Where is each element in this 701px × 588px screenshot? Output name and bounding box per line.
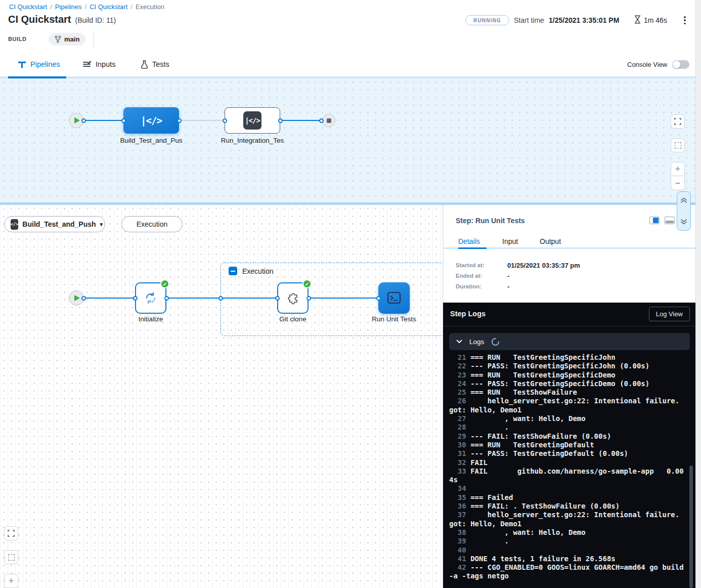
connector-port	[164, 296, 169, 301]
log-scrollbar-thumb[interactable]	[689, 466, 693, 588]
breadcrumb: CI Quickstart/Pipelines/CI Quickstart/Ex…	[8, 3, 165, 11]
panel-resize-chevrons-button[interactable]	[677, 191, 691, 231]
tab-details[interactable]: Details	[458, 237, 480, 245]
connector-edge	[84, 298, 135, 299]
flask-icon	[141, 60, 148, 69]
branch-icon	[55, 35, 61, 43]
branch-chip[interactable]: main	[49, 33, 85, 46]
tab-pipelines[interactable]: Pipelines	[18, 52, 60, 76]
breadcrumb-item: Execution	[136, 3, 164, 11]
harness-execution-page: CI Quickstart/Pipelines/CI Quickstart/Ex…	[0, 0, 701, 588]
log-line-number: 42	[449, 563, 470, 571]
logs-section-label: Logs	[469, 338, 484, 346]
tab-input[interactable]: Input	[502, 237, 518, 245]
layout-bottom-split-button[interactable]	[665, 217, 675, 224]
log-line-number: 29	[449, 432, 470, 440]
connector-port	[81, 118, 86, 123]
breadcrumb-item[interactable]: CI Quickstart	[90, 3, 127, 11]
log-line-text: .	[470, 537, 509, 545]
step-node-label: Initialize	[110, 315, 191, 323]
log-line: 32 FAIL	[449, 458, 688, 467]
status-badge: RUNNING	[465, 15, 509, 25]
play-icon	[74, 295, 80, 301]
elapsed-time: 1m 46s	[644, 16, 667, 24]
tab-inputs[interactable]: Inputs	[82, 52, 116, 76]
inputs-icon	[82, 60, 92, 68]
log-line-number: 32	[449, 458, 470, 467]
build-id: (Build ID: 11)	[75, 16, 116, 24]
execution-pill[interactable]: Execution	[121, 216, 183, 232]
log-line-text: .	[470, 423, 509, 431]
log-line-number: 37	[449, 511, 470, 519]
stage-node-build-test-and-push[interactable]: |</>	[123, 107, 179, 134]
log-line: 33 FAIL github.com/harness/go-sample-app…	[449, 467, 688, 485]
start-time-value: 1/25/2021 3:35:01 PM	[549, 16, 619, 24]
stage-node-run-integration-tests[interactable]: |</>	[225, 107, 280, 134]
collapse-group-button[interactable]	[229, 267, 237, 275]
detail-row: Duration:-	[456, 283, 688, 294]
zoom-in-button[interactable]: +	[671, 162, 685, 176]
log-line-number: 22	[449, 362, 470, 370]
connector-port	[121, 118, 126, 123]
connector-port	[223, 118, 227, 123]
console-view-toggle[interactable]	[672, 60, 689, 69]
log-line: 22 --- PASS: TestGreetingSpecificJohn (0…	[449, 362, 688, 370]
tab-output[interactable]: Output	[540, 237, 561, 245]
log-line: 23 === RUN TestGreetingSpecificDemo	[449, 371, 688, 380]
fullscreen-button[interactable]	[4, 526, 18, 540]
log-line: 31 --- PASS: TestGreetingDefault (0.00s)	[449, 449, 688, 458]
breadcrumb-item[interactable]: Pipelines	[55, 3, 82, 11]
toggle-knob	[673, 61, 680, 68]
step-panel-title: Step: Run Unit Tests	[456, 217, 525, 225]
detail-row: Started at:01/25/2021 03:35:37 pm	[456, 262, 688, 273]
connector-port	[81, 296, 86, 301]
log-line-text: FAIL	[470, 458, 488, 467]
plus-icon: +	[675, 164, 681, 174]
log-line-text: --- CGO_ENABLED=0 GOOS=linux GOARCH=amd6…	[449, 563, 688, 580]
pipeline-canvas[interactable]: |</> Build_Test_and_Pus |</> Run_Integra…	[0, 78, 695, 202]
detail-value: -	[507, 272, 509, 280]
pipeline-icon	[18, 60, 26, 69]
tab-label: Tests	[152, 60, 169, 68]
sync-icon	[143, 290, 159, 306]
step-node-initialize[interactable]: ✓	[135, 282, 166, 314]
zoom-out-button[interactable]: −	[671, 176, 685, 190]
more-options-button[interactable]	[681, 16, 689, 25]
tab-tests[interactable]: Tests	[141, 52, 169, 76]
stage-canvas[interactable]: </> Build_Test_and_Push ▾ Execution Exec…	[0, 205, 443, 588]
log-line-text: , want: Hello, Demo	[470, 528, 586, 536]
step-node-run-unit-tests[interactable]	[378, 282, 410, 314]
zoom-in-button[interactable]: +	[4, 574, 18, 588]
build-label: BUILD	[8, 36, 27, 42]
fit-to-screen-button[interactable]	[4, 550, 18, 564]
log-line: 39 .	[449, 537, 688, 545]
log-view-button[interactable]: Log View	[649, 307, 690, 321]
tab-label: Inputs	[96, 60, 116, 68]
console-view-label: Console View	[627, 61, 667, 68]
success-check-icon: ✓	[302, 279, 312, 288]
step-tab-active-indicator	[458, 247, 487, 249]
page-scrollbar-track[interactable]	[695, 0, 701, 588]
logs-section-toggle[interactable]: Logs	[449, 333, 690, 350]
log-line-text: --- PASS: TestGreetingSpecificJohn (0.00…	[470, 362, 649, 370]
log-line: 34	[449, 484, 688, 493]
log-lines[interactable]: 21 === RUN TestGreetingSpecificJohn 22 -…	[449, 353, 688, 581]
breadcrumb-item[interactable]: CI Quickstart	[9, 3, 47, 11]
branch-name: main	[64, 35, 79, 43]
log-line-number: 39	[449, 537, 470, 545]
detail-row: Ended at:-	[456, 273, 688, 283]
fit-to-screen-button[interactable]	[671, 138, 685, 152]
stage-selector-dropdown[interactable]: </> Build_Test_and_Push ▾	[4, 216, 105, 232]
log-line: 42 --- CGO_ENABLED=0 GOOS=linux GOARCH=a…	[449, 563, 688, 581]
log-line-text: === FAIL: . TestShowFailure (0.00s)	[470, 502, 620, 510]
tab-active-indicator	[8, 76, 66, 78]
log-line: 35 === Failed	[449, 493, 688, 502]
log-line-text: --- PASS: TestGreetingSpecificDemo (0.00…	[470, 380, 649, 388]
execution-group-label: Execution	[242, 267, 273, 275]
fullscreen-button[interactable]	[671, 114, 685, 129]
layout-right-split-button[interactable]	[649, 217, 660, 224]
start-time-label: Start time	[514, 16, 544, 24]
step-node-git-clone[interactable]: ✓	[277, 282, 309, 314]
ci-codebase-icon: |</>	[141, 115, 162, 126]
log-line: 40	[449, 546, 688, 555]
